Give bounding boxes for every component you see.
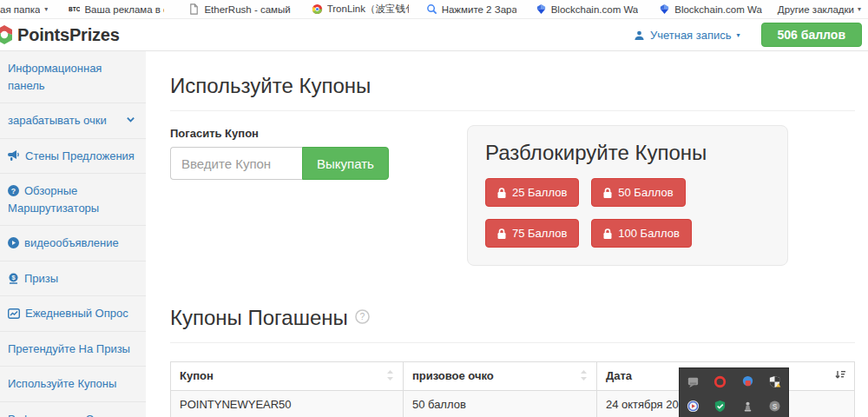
cell-coupon: POINTYNEWYEAR50: [171, 391, 404, 417]
lock-icon: [603, 188, 612, 198]
sidebar-item-referral-links[interactable]: Реферальные Ссылки: [0, 402, 146, 417]
bookmark-label: TronLink（波宝钱包: [327, 3, 409, 16]
unlock-coupons-title: Разблокируйте Купоны: [485, 141, 770, 165]
account-label: Учетная запись: [650, 29, 732, 42]
skype-gray-icon[interactable]: S: [767, 399, 781, 413]
chevron-down-icon: ▾: [44, 5, 48, 13]
sort-icon: [386, 370, 394, 383]
app-blue-red-icon[interactable]: [740, 374, 754, 388]
svg-text:?: ?: [11, 187, 16, 195]
opera-icon[interactable]: [713, 374, 727, 388]
brand-logo[interactable]: PointsPrizes: [0, 24, 120, 45]
unlock-coupons-panel: Разблокируйте Купоны 25 Баллов 50 Баллов: [467, 125, 788, 266]
sidebar-item-earn-points[interactable]: зарабатывать очки: [0, 103, 146, 139]
bookmark-item[interactable]: TronLink（波宝钱包: [312, 3, 409, 16]
sidebar-item-use-coupons[interactable]: Используйте Купоны: [0, 367, 146, 402]
sidebar-item-label: Используйте Купоны: [8, 377, 116, 390]
table-header-coupon[interactable]: Купон: [171, 362, 404, 391]
magnifier-icon: [426, 3, 437, 15]
sidebar-item-offer-walls[interactable]: Стены Предложения: [0, 139, 146, 175]
sidebar-item-label: Информационная панель: [8, 62, 102, 92]
points-balance-badge[interactable]: 506 баллов: [761, 23, 862, 47]
coupon-input[interactable]: [170, 147, 302, 180]
bookmark-label: Blockchain.com Wa: [551, 4, 639, 15]
lock-icon: [497, 188, 506, 198]
redeem-coupon-form: Погасить Купон Выкупать: [170, 125, 467, 180]
btc-icon: BTC: [69, 3, 80, 15]
media-player-icon[interactable]: [687, 399, 700, 413]
sidebar-item-video-ads[interactable]: видеообъявление: [0, 226, 146, 261]
sidebar-item-label: зарабатывать очки: [8, 114, 107, 127]
bookmark-item[interactable]: Blockchain.com Wa: [536, 3, 639, 15]
coin-icon: $: [8, 273, 19, 284]
user-icon: [634, 30, 645, 41]
bookmark-item[interactable]: Blockchain.com Wa: [659, 3, 762, 15]
bookmark-folder[interactable]: ая папка ▾: [0, 4, 48, 15]
unlock-50-button[interactable]: 50 Баллов: [591, 178, 685, 207]
table-header-points[interactable]: призовое очко: [403, 362, 596, 391]
sidebar-item-daily-poll[interactable]: Ежедневный Опрос: [0, 296, 146, 332]
unlock-25-button[interactable]: 25 Баллов: [485, 178, 579, 207]
sidebar-item-label: Стены Предложения: [25, 149, 135, 162]
redeemed-coupons-title: Купоны Погашены ?: [170, 299, 855, 343]
question-circle-icon[interactable]: ?: [355, 309, 370, 324]
redeem-coupon-label: Погасить Купон: [170, 127, 467, 140]
unlock-75-button[interactable]: 75 Баллов: [485, 219, 579, 248]
sidebar-item-label: Призы: [24, 272, 58, 285]
unlock-100-button[interactable]: 100 Баллов: [591, 219, 692, 248]
question-circle-icon: ?: [8, 185, 19, 196]
pointsprizes-logo-icon: [0, 24, 15, 45]
sidebar-item-label: Претендуйте На Призы: [8, 342, 130, 355]
chevron-down-icon: ▾: [858, 5, 861, 13]
sidebar-item-label: Обзорные Маршрутизаторы: [8, 184, 99, 215]
site-header: PointsPrizes Учетная запись ▾ 506 баллов: [0, 19, 868, 51]
play-circle-icon: [8, 237, 19, 248]
bookmark-label: ая папка: [0, 4, 40, 15]
sidebar-item-claim-prizes[interactable]: Претендуйте На Призы: [0, 332, 146, 367]
sidebar-item-dashboard[interactable]: Информационная панель: [0, 51, 146, 103]
redeem-button[interactable]: Выкупать: [302, 147, 389, 180]
page-title: Используйте Купоны: [170, 67, 855, 111]
sort-icon: [580, 370, 588, 383]
bookmark-label: Blockchain.com Wa: [674, 4, 762, 15]
sidebar-item-survey-routers[interactable]: ? Обзорные Маршрутизаторы: [0, 174, 146, 226]
sidebar-item-prizes[interactable]: $ Призы: [0, 261, 146, 297]
pawn-icon[interactable]: [740, 399, 754, 413]
bookmarks-bar: ая папка ▾ BTC Ваша реклама в со EtherRu…: [0, 0, 868, 19]
sidebar-item-label: Реферальные Ссылки: [8, 413, 125, 417]
app-window: ая папка ▾ BTC Ваша реклама в со EtherRu…: [0, 0, 868, 417]
svg-text:?: ?: [359, 312, 365, 321]
chart-line-icon: [8, 308, 20, 319]
brand-name: PointsPrizes: [17, 25, 120, 45]
sort-desc-icon: [835, 370, 845, 383]
lock-icon: [497, 228, 506, 239]
bookmark-label: EtherRush - самый: [204, 4, 290, 15]
other-bookmarks-label: Другие закладки: [778, 4, 854, 15]
bookmark-label: Нажмите 2 Зараб: [442, 4, 516, 15]
defender-shield-icon[interactable]: [767, 374, 781, 388]
blockchain-icon: [536, 3, 547, 15]
bookmark-label: Ваша реклама в со: [84, 4, 164, 15]
sidebar-item-label: видеообъявление: [24, 236, 119, 249]
account-menu[interactable]: Учетная запись ▾: [634, 29, 740, 42]
bookmark-item[interactable]: Нажмите 2 Зараб: [426, 3, 516, 15]
sidebar-item-label: Ежедневный Опрос: [25, 307, 128, 320]
main-content: Используйте Купоны Погасить Купон Выкупа…: [146, 51, 868, 417]
chevron-down-icon: ▾: [737, 31, 740, 39]
chat-window-icon[interactable]: [687, 374, 700, 388]
megaphone-icon: [8, 150, 20, 162]
svg-text:S: S: [773, 401, 778, 410]
blockchain-icon: [659, 3, 670, 15]
lock-icon: [603, 228, 612, 239]
bookmark-item[interactable]: BTC Ваша реклама в со: [69, 3, 164, 15]
chevron-down-icon: [126, 115, 135, 124]
other-bookmarks-button[interactable]: Другие закладки ▾: [778, 4, 861, 15]
svg-text:BTC: BTC: [69, 6, 80, 12]
page-icon: [188, 3, 200, 15]
sidebar-nav: Информационная панель зарабатывать очки …: [0, 51, 146, 417]
cell-points: 50 баллов: [403, 391, 596, 417]
antivirus-check-icon[interactable]: [713, 399, 727, 413]
system-tray-popup: S: [679, 367, 789, 417]
bookmark-item[interactable]: EtherRush - самый: [188, 3, 290, 15]
tronlink-icon: [312, 3, 323, 15]
